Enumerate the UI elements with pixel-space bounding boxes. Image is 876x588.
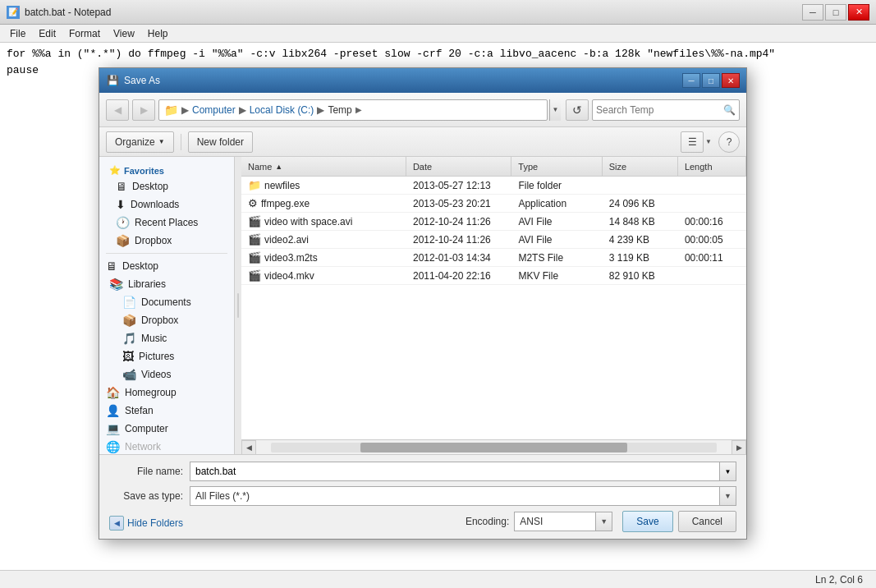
- refresh-button[interactable]: ↺: [566, 99, 589, 121]
- encoding-dropdown[interactable]: ANSI ▼: [514, 512, 612, 531]
- pictures-icon: 🖼: [122, 350, 134, 363]
- menu-help[interactable]: Help: [141, 26, 175, 41]
- back-button[interactable]: ◀: [106, 99, 129, 121]
- computer-icon: 💻: [106, 422, 120, 435]
- table-row[interactable]: ⚙ ffmpeg.exe 2013-05-23 20:21 Applicatio…: [241, 195, 746, 213]
- notepad-minimize-button[interactable]: ─: [802, 4, 823, 21]
- new-folder-label: New folder: [197, 136, 244, 148]
- dialog-maximize-button[interactable]: □: [702, 73, 720, 88]
- hide-folders-arrow[interactable]: ◀: [109, 516, 124, 531]
- filename-input[interactable]: [195, 466, 714, 477]
- organize-button[interactable]: Organize ▼: [106, 131, 174, 153]
- file-type-cell: AVI File: [511, 234, 602, 246]
- sidebar-item-documents[interactable]: 📄 Documents: [99, 293, 234, 311]
- file-size-cell: 24 096 KB: [603, 198, 678, 209]
- notepad-icon: 📝: [7, 6, 20, 19]
- notepad-maximize-button[interactable]: □: [825, 4, 846, 21]
- sidebar-resizer[interactable]: [235, 157, 241, 454]
- sidebar-divider-1: [106, 253, 227, 254]
- dialog-title-icon: 💾: [106, 75, 119, 86]
- col-header-name[interactable]: Name ▲: [241, 157, 406, 176]
- sidebar-item-videos[interactable]: 📹 Videos: [99, 365, 234, 384]
- col-header-length[interactable]: Length: [678, 157, 746, 176]
- hscroll-right-arrow[interactable]: ▶: [732, 440, 746, 455]
- sidebar-item-downloads[interactable]: ⬇ Downloads: [99, 195, 234, 214]
- cursor-position: Ln 2, Col 6: [815, 574, 863, 586]
- content-line1: for %%a in ("*.*") do ffmpeg -i "%%a" -c…: [7, 46, 869, 62]
- sidebar-item-homegroup[interactable]: 🏠 Homegroup: [99, 384, 234, 402]
- network-icon: 🌐: [106, 440, 120, 453]
- file-icon: 📁: [248, 179, 261, 191]
- hide-folders-button[interactable]: Hide Folders: [127, 517, 183, 529]
- notepad-titlebar: 📝 batch.bat - Notepad ─ □ ✕: [0, 0, 876, 25]
- savetype-row: Save as type: All Files (*.*) ▼: [109, 486, 736, 506]
- sidebar-item-music[interactable]: 🎵 Music: [99, 329, 234, 347]
- desktop-icon: 🖥: [116, 180, 127, 193]
- breadcrumb-computer[interactable]: Computer: [192, 104, 236, 116]
- new-folder-button[interactable]: New folder: [188, 131, 253, 153]
- filename-dropdown-arrow[interactable]: ▼: [719, 462, 736, 480]
- table-row[interactable]: 🎬 video4.mkv 2011-04-20 22:16 MKV File 8…: [241, 267, 746, 285]
- search-input[interactable]: [596, 104, 720, 116]
- recent-places-icon: 🕐: [116, 216, 130, 229]
- savetype-dropdown[interactable]: All Files (*.*) ▼: [190, 486, 736, 506]
- save-as-dialog: 💾 Save As ─ □ ✕ ◀ ▶ 📁 ▶ Computer ▶ Local…: [99, 67, 747, 540]
- hscroll-thumb[interactable]: [360, 443, 628, 452]
- table-row[interactable]: 📁 newfiles 2013-05-27 12:13 File folder: [241, 177, 746, 195]
- dropbox-icon: 📦: [116, 234, 130, 247]
- homegroup-icon: 🏠: [106, 386, 120, 399]
- sidebar-item-stefan[interactable]: 👤 Stefan: [99, 402, 234, 420]
- menu-format[interactable]: Format: [62, 26, 107, 41]
- file-type-cell: MKV File: [511, 270, 602, 282]
- breadcrumb-dropdown[interactable]: ▼: [549, 99, 561, 121]
- help-button[interactable]: ?: [718, 131, 740, 153]
- view-dropdown-arrow[interactable]: ▼: [705, 138, 712, 145]
- savetype-dropdown-arrow[interactable]: ▼: [719, 487, 736, 505]
- sidebar-item-desktop2[interactable]: 🖥 Desktop: [99, 257, 234, 275]
- dialog-minimize-button[interactable]: ─: [682, 73, 700, 88]
- save-button[interactable]: Save: [622, 511, 672, 532]
- file-icon: ⚙: [248, 197, 258, 209]
- sidebar-item-computer[interactable]: 💻 Computer: [99, 420, 234, 438]
- sidebar-item-recent-places[interactable]: 🕐 Recent Places: [99, 214, 234, 232]
- sidebar-item-dropbox[interactable]: 📦 Dropbox: [99, 232, 234, 250]
- col-header-type[interactable]: Type: [511, 157, 602, 176]
- breadcrumb-bar: 📁 ▶ Computer ▶ Local Disk (C:) ▶ Temp ▶: [158, 99, 548, 121]
- view-toggle-button[interactable]: ☰: [681, 131, 704, 153]
- file-length-cell: 00:00:11: [678, 252, 746, 264]
- file-name-cell: 🎬 video4.mkv: [241, 269, 406, 282]
- menu-edit[interactable]: Edit: [32, 26, 62, 41]
- sidebar-wrapper: ⭐ Favorites 🖥 Desktop ⬇ Downloads 🕐 Rece…: [99, 157, 235, 454]
- search-icon[interactable]: 🔍: [723, 104, 736, 116]
- sidebar-item-pictures[interactable]: 🖼 Pictures: [99, 347, 234, 365]
- file-icon: 🎬: [248, 251, 261, 264]
- file-icon: 🎬: [248, 269, 261, 282]
- cancel-button[interactable]: Cancel: [678, 511, 736, 532]
- table-row[interactable]: 🎬 video3.m2ts 2012-01-03 14:34 M2TS File…: [241, 249, 746, 267]
- organize-arrow: ▼: [158, 138, 165, 145]
- file-list-header: Name ▲ Date Type Size Length: [241, 157, 746, 177]
- file-name-cell: 📁 newfiles: [241, 179, 406, 191]
- forward-button[interactable]: ▶: [132, 99, 155, 121]
- hscroll-left-arrow[interactable]: ◀: [241, 440, 256, 455]
- col-header-date[interactable]: Date: [406, 157, 511, 176]
- dialog-close-button[interactable]: ✕: [722, 73, 740, 88]
- search-bar: 🔍: [592, 99, 740, 121]
- table-row[interactable]: 🎬 video with space.avi 2012-10-24 11:26 …: [241, 213, 746, 231]
- sidebar-item-libraries[interactable]: 📚 Libraries: [99, 275, 234, 293]
- col-header-size[interactable]: Size: [603, 157, 678, 176]
- sidebar-item-network[interactable]: 🌐 Network: [99, 438, 234, 454]
- file-type-cell: M2TS File: [511, 252, 602, 264]
- sidebar-item-dropbox2[interactable]: 📦 Dropbox: [99, 311, 234, 329]
- sidebar-item-desktop[interactable]: 🖥 Desktop: [99, 177, 234, 195]
- dialog-title: Save As: [124, 75, 160, 86]
- breadcrumb-local-disk[interactable]: Local Disk (C:): [250, 104, 314, 116]
- table-row[interactable]: 🎬 video2.avi 2012-10-24 11:26 AVI File 4…: [241, 231, 746, 249]
- documents-icon: 📄: [122, 296, 136, 309]
- encoding-area: Encoding: ANSI ▼: [466, 512, 612, 531]
- encoding-dropdown-arrow[interactable]: ▼: [595, 512, 612, 531]
- notepad-close-button[interactable]: ✕: [848, 4, 869, 21]
- menu-file[interactable]: File: [3, 26, 32, 41]
- file-name-cell: 🎬 video2.avi: [241, 233, 406, 246]
- menu-view[interactable]: View: [107, 26, 141, 41]
